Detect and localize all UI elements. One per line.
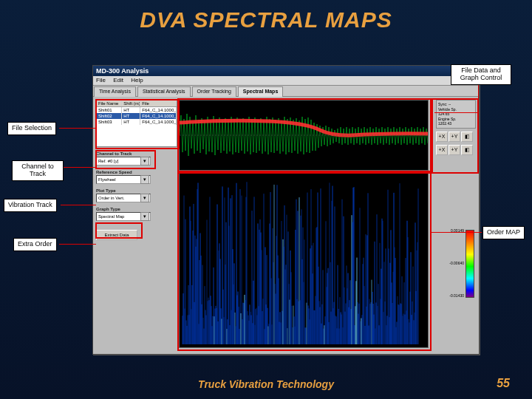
tab-statistical-analysis[interactable]: Statistical Analysis <box>137 86 191 97</box>
menubar: File Edit Help <box>93 76 479 86</box>
cell: F64_C_14.1000_T:0 <box>140 107 177 113</box>
sync-info-box: Sync: -- Vehicle Sp. 124.65 Engine Sp. 1… <box>436 100 476 129</box>
cell: Shift02 <box>97 113 122 119</box>
table-row[interactable]: Shift03 HT F64_C_14.1000_T:0 <box>97 119 177 125</box>
app-body: File Name Shift (m) File Shift01 HT F64_… <box>93 97 479 354</box>
label-graph-type: Graph Type <box>96 207 176 211</box>
plot-vibration-track[interactable] <box>179 100 429 171</box>
table-row[interactable]: Shift02 HT F64_C_14.1000_T:0 <box>97 113 177 119</box>
table-row[interactable]: Shift01 HT F64_C_14.1000_T:0 <box>97 107 177 113</box>
cell: Shift03 <box>97 119 122 125</box>
extract-data-button[interactable]: Extract Data <box>96 230 137 240</box>
menu-help[interactable]: Help <box>131 77 143 83</box>
cell: F64_C_14.1000_T:0 <box>140 119 177 125</box>
menu-edit[interactable]: Edit <box>113 77 123 83</box>
menu-file[interactable]: File <box>96 77 106 83</box>
annotation-file-selection: File Selection <box>7 122 56 135</box>
col-file[interactable]: File <box>140 100 177 106</box>
zoom-x-button-2[interactable]: +X <box>436 145 448 155</box>
tab-row: Time Analysis Statistical Analysis Order… <box>93 86 479 97</box>
tab-spectral-maps[interactable]: Spectral Maps <box>238 86 283 97</box>
right-column: Sync: -- Vehicle Sp. 124.65 Engine Sp. 1… <box>436 100 476 158</box>
label-channel-to-track: Channel to Track <box>96 151 176 156</box>
label-plot-type: Plot Type <box>96 188 176 193</box>
app-window: MD-300 Analysis File Edit Help Time Anal… <box>92 65 480 355</box>
plot-spectral-map[interactable] <box>179 172 429 348</box>
scale-lo: -0.01430 <box>449 293 464 298</box>
annotation-file-data: File Data andGraph Control <box>451 64 511 85</box>
color-scale <box>466 230 474 298</box>
cell: HT <box>122 119 140 125</box>
col-file-name[interactable]: File Name <box>97 100 122 106</box>
palette-button-2[interactable]: ◧ <box>461 145 473 155</box>
dropdown-plot-type[interactable]: Order in Vert. <box>96 194 151 202</box>
tab-time-analysis[interactable]: Time Analysis <box>94 86 136 97</box>
cell: Shift01 <box>97 107 122 113</box>
col-shift[interactable]: Shift (m) <box>122 100 140 106</box>
label-ref-speed: Reference Speed <box>96 170 176 174</box>
file-table[interactable]: File Name Shift (m) File Shift01 HT F64_… <box>96 100 177 147</box>
page-number: 55 <box>497 377 510 390</box>
cell: HT <box>122 113 140 119</box>
left-column: File Name Shift (m) File Shift01 HT F64_… <box>96 100 176 240</box>
dropdown-channel-to-track[interactable]: Ref. #0 [y] <box>96 157 151 166</box>
dropdown-graph-type[interactable]: Spectral Map <box>96 212 151 221</box>
palette-button[interactable]: ◧ <box>461 132 473 142</box>
annotation-channel-to-track: Channel toTrack <box>12 160 64 181</box>
dropdown-ref-speed[interactable]: Flywheel <box>96 175 151 184</box>
zoom-y-button-2[interactable]: +Y <box>449 145 460 155</box>
cell: F64_C_14.1000_T:0 <box>140 113 177 119</box>
annotation-vibration-track: Vibration Track <box>4 199 57 212</box>
slide-footer: Truck Vibration Technology <box>0 378 532 390</box>
engine-speed-value: 1202.43 <box>438 121 474 126</box>
zoom-y-button[interactable]: +Y <box>449 132 460 142</box>
tab-order-tracking[interactable]: Order Tracking <box>192 86 236 97</box>
annotation-extra-order: Extra Order <box>13 238 57 251</box>
window-titlebar[interactable]: MD-300 Analysis <box>93 66 479 76</box>
zoom-x-button[interactable]: +X <box>436 132 448 142</box>
cell: HT <box>122 107 140 113</box>
annotation-order-map: Order MAP <box>482 226 525 239</box>
scale-mid: -0.00640 <box>449 261 464 265</box>
slide-title: DVA SPECTRAL MAPS <box>0 7 532 33</box>
